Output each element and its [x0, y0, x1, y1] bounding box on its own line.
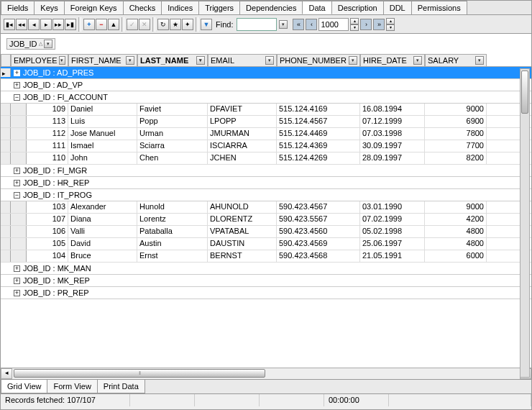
- bookmark-icon[interactable]: ★: [170, 19, 181, 30]
- group-dropdown-icon[interactable]: ▾: [44, 40, 52, 48]
- cell-salary: 7800: [425, 128, 487, 140]
- cancel-icon[interactable]: ✕: [139, 19, 150, 30]
- opt-up-icon[interactable]: ▴: [386, 18, 395, 24]
- bottom-tab-grid-view[interactable]: Grid View: [1, 380, 47, 393]
- tab-fields[interactable]: Fields: [1, 1, 35, 14]
- group-row[interactable]: +JOB_ID : AD_VP: [1, 79, 531, 91]
- group-row[interactable]: −JOB_ID : FI_ACCOUNT: [1, 91, 531, 104]
- column-dropdown-icon[interactable]: ▾: [59, 56, 65, 65]
- find-input[interactable]: [237, 18, 277, 31]
- table-row[interactable]: 110JohnChenJCHEN515.124.426928.09.199782…: [1, 152, 531, 165]
- group-row[interactable]: +JOB_ID : MK_REP: [1, 275, 531, 287]
- expand-icon[interactable]: +: [14, 290, 20, 296]
- tab-dependencies[interactable]: Dependencies: [239, 1, 303, 14]
- group-row[interactable]: ▸+JOB_ID : AD_PRES: [1, 67, 531, 79]
- next-icon[interactable]: ▸: [40, 19, 52, 30]
- page-prev-icon[interactable]: ‹: [306, 19, 317, 30]
- column-header-salary[interactable]: SALARY▾: [425, 54, 487, 66]
- cell-first-name: Jose Manuel: [68, 128, 137, 140]
- page-up-icon[interactable]: ▴: [350, 18, 359, 24]
- cell-email: DFAVIET: [208, 104, 277, 115]
- cell-salary: 6900: [425, 116, 487, 127]
- expand-icon[interactable]: +: [14, 265, 20, 272]
- filter-icon[interactable]: ▼: [201, 19, 212, 30]
- table-row[interactable]: 104BruceErnstBERNST590.423.456821.05.199…: [1, 250, 531, 263]
- table-row[interactable]: 112Jose ManuelUrmanJMURMAN515.124.446907…: [1, 128, 531, 140]
- bottom-tab-print-data[interactable]: Print Data: [97, 380, 145, 393]
- find-dropdown-icon[interactable]: ▾: [279, 20, 288, 29]
- first-record-icon[interactable]: ▮◂: [4, 19, 15, 30]
- column-header-employee[interactable]: EMPLOYEE▾: [11, 54, 68, 66]
- group-row[interactable]: +JOB_ID : HR_REP: [1, 177, 531, 189]
- tab-checks[interactable]: Checks: [123, 1, 162, 14]
- cell-hire-date: 07.03.1998: [360, 128, 425, 140]
- column-header-hire_date[interactable]: HIRE_DATE▾: [360, 54, 425, 66]
- prev-icon[interactable]: ◂: [28, 19, 40, 30]
- column-header-first_name[interactable]: FIRST_NAME▾: [68, 54, 137, 66]
- table-row[interactable]: 107DianaLorentzDLORENTZ590.423.556707.02…: [1, 214, 531, 226]
- cell-salary: 4800: [425, 226, 487, 237]
- page-input[interactable]: [318, 18, 349, 31]
- column-dropdown-icon[interactable]: ▾: [265, 56, 274, 65]
- table-row[interactable]: 106ValliPataballaVPATABAL590.423.456005.…: [1, 226, 531, 238]
- commit-icon[interactable]: ✓: [127, 19, 138, 30]
- expand-icon[interactable]: +: [14, 168, 20, 174]
- tab-description[interactable]: Description: [331, 1, 384, 14]
- tab-permissions[interactable]: Permissions: [411, 1, 467, 14]
- delete-icon[interactable]: −: [96, 19, 107, 30]
- tab-data[interactable]: Data: [302, 1, 331, 14]
- table-row[interactable]: 113LuisPoppLPOPP515.124.456707.12.199969…: [1, 116, 531, 128]
- bottom-tab-form-view[interactable]: Form View: [47, 380, 97, 393]
- goto-icon[interactable]: ✦: [182, 19, 193, 30]
- expand-icon[interactable]: +: [14, 82, 20, 88]
- last-record-icon[interactable]: ▸▮: [65, 19, 76, 30]
- page-next-icon[interactable]: ›: [360, 19, 372, 30]
- insert-icon[interactable]: +: [83, 19, 95, 30]
- expand-icon[interactable]: +: [14, 70, 20, 76]
- column-dropdown-icon[interactable]: ▾: [413, 56, 422, 65]
- hscroll-left-icon[interactable]: ◂: [1, 368, 12, 379]
- cell-employee: 109: [27, 104, 68, 115]
- column-dropdown-icon[interactable]: ▾: [475, 56, 484, 65]
- cell-last-name: Chen: [137, 152, 208, 164]
- next-record-icon[interactable]: ▸▸: [52, 19, 64, 30]
- tab-indices[interactable]: Indices: [161, 1, 199, 14]
- table-row[interactable]: 111IsmaelSciarraISCIARRA515.124.436930.0…: [1, 140, 531, 152]
- group-row[interactable]: +JOB_ID : PR_REP: [1, 287, 531, 299]
- prev-record-icon[interactable]: ◂◂: [16, 19, 27, 30]
- column-dropdown-icon[interactable]: ▾: [126, 56, 134, 65]
- column-header-email[interactable]: EMAIL▾: [208, 54, 277, 66]
- cell-salary: 9000: [425, 104, 487, 115]
- group-row[interactable]: +JOB_ID : FI_MGR: [1, 165, 531, 177]
- page-last-icon[interactable]: »: [373, 19, 385, 30]
- table-row[interactable]: 103AlexanderHunoldAHUNOLD590.423.456703.…: [1, 201, 531, 214]
- table-row[interactable]: 109DanielFavietDFAVIET515.124.416916.08.…: [1, 104, 531, 116]
- edit-icon[interactable]: ▲: [108, 19, 119, 30]
- tab-keys[interactable]: Keys: [34, 1, 64, 14]
- table-row[interactable]: 105DavidAustinDAUSTIN590.423.456925.06.1…: [1, 238, 531, 250]
- cell-phone: 590.423.4569: [277, 238, 360, 250]
- cell-salary: 6000: [425, 250, 487, 262]
- cell-employee: 106: [27, 226, 68, 237]
- tab-foreign-keys[interactable]: Foreign Keys: [64, 1, 124, 14]
- column-dropdown-icon[interactable]: ▾: [349, 56, 357, 65]
- column-header-phone_number[interactable]: PHONE_NUMBER▾: [277, 54, 360, 66]
- expand-icon[interactable]: +: [14, 180, 20, 186]
- group-row[interactable]: −JOB_ID : IT_PROG: [1, 189, 531, 201]
- expand-icon[interactable]: +: [14, 278, 20, 284]
- tab-triggers[interactable]: Triggers: [198, 1, 240, 14]
- tab-ddl[interactable]: DDL: [383, 1, 412, 14]
- opt-down-icon[interactable]: ▾: [386, 24, 395, 31]
- cell-hire-date: 03.01.1990: [360, 201, 425, 213]
- vertical-scrollbar[interactable]: [520, 68, 530, 378]
- page-first-icon[interactable]: «: [293, 19, 304, 30]
- page-down-icon[interactable]: ▾: [350, 24, 359, 31]
- cell-salary: 8200: [425, 152, 487, 164]
- group-by-header[interactable]: JOB_ID △ ▾: [6, 38, 55, 50]
- collapse-icon[interactable]: −: [14, 94, 20, 101]
- refresh-icon[interactable]: ↻: [157, 19, 169, 30]
- column-dropdown-icon[interactable]: ▾: [196, 56, 205, 65]
- column-header-last_name[interactable]: LAST_NAME▾: [137, 54, 208, 66]
- collapse-icon[interactable]: −: [14, 192, 20, 199]
- group-row[interactable]: +JOB_ID : MK_MAN: [1, 263, 531, 275]
